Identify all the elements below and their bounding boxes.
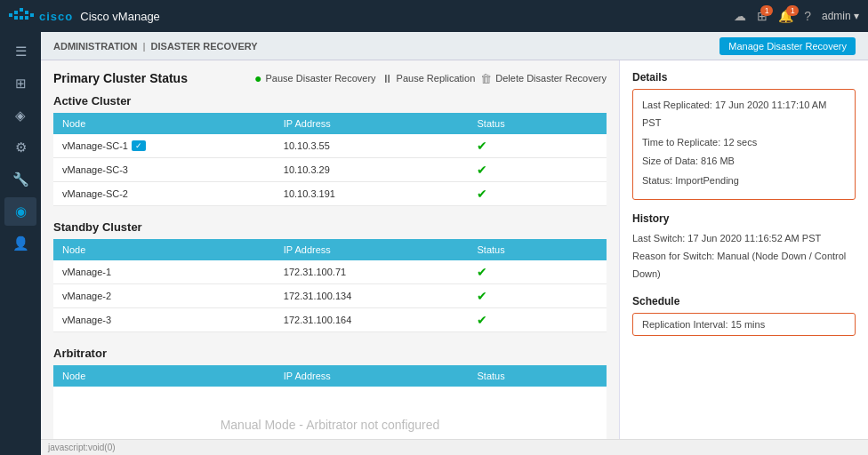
status-ok-icon: ✔ — [477, 163, 487, 177]
history-section: History Last Switch: 17 Jun 2020 11:16:5… — [632, 212, 856, 283]
status-cell: ✔ — [468, 260, 607, 284]
svg-rect-4 — [14, 16, 18, 20]
admin-breadcrumb: ADMINISTRATION — [53, 41, 138, 52]
vm-icon[interactable]: ⊞ 1 — [757, 9, 768, 23]
table-row: vManage-3 172.31.100.164 ✔ — [53, 308, 607, 332]
status-cell: ✔ — [468, 158, 607, 182]
ip-cell: 172.31.100.71 — [275, 260, 469, 284]
bell-badge: 1 — [786, 5, 799, 16]
pause-dr-dot-icon: ● — [254, 71, 261, 85]
pause-rep-icon: ⏸ — [382, 72, 393, 85]
left-panel: Primary Cluster Status ● Pause Disaster … — [41, 60, 619, 439]
svg-rect-7 — [30, 13, 34, 17]
details-title: Details — [632, 71, 856, 84]
topbar: cisco Cisco vManage ☁ ⊞ 1 🔔 1 ? admin ▾ — [0, 0, 868, 32]
node-cell: vManage-SC-3 — [53, 158, 275, 182]
ip-cell: 10.10.3.191 — [275, 182, 469, 206]
action-buttons: ● Pause Disaster Recovery ⏸ Pause Replic… — [254, 71, 607, 85]
svg-rect-6 — [25, 16, 28, 20]
node-cell: vManage-2 — [53, 284, 275, 308]
topbar-right: ☁ ⊞ 1 🔔 1 ? admin ▾ — [734, 9, 859, 23]
arb-col-node: Node — [53, 365, 275, 387]
topbar-left: cisco Cisco vManage — [9, 8, 160, 24]
standby-cluster-section: Standby Cluster Node IP Address Status v… — [53, 220, 607, 332]
page-title: Primary Cluster Status — [53, 71, 188, 85]
arbitrator-section: Arbitrator Node IP Address Status — [53, 347, 607, 439]
table-row: vManage-SC-2 10.10.3.191 ✔ — [53, 182, 607, 206]
status-cell: ✔ — [468, 284, 607, 308]
page-title-bar: Primary Cluster Status ● Pause Disaster … — [53, 71, 607, 85]
pause-rep-label: Pause Replication — [397, 73, 476, 84]
bell-icon[interactable]: 🔔 1 — [778, 9, 793, 23]
node-badge: ✓ — [132, 140, 146, 151]
node-cell: vManage-SC-1 ✓ — [53, 134, 275, 158]
time-to-replicate: Time to Replicate: 12 secs — [642, 134, 846, 152]
node-label: vManage-SC-2 — [62, 188, 266, 199]
node-cell: vManage-1 — [53, 260, 275, 284]
status-ok-icon: ✔ — [477, 187, 487, 201]
cisco-logo-svg — [9, 8, 34, 24]
schedule-box: Replication Interval: 15 mins — [632, 313, 856, 336]
table-row: Manual Mode - Arbitrator not configured — [53, 387, 607, 439]
standby-cluster-title: Standby Cluster — [53, 220, 607, 234]
details-section: Details Last Replicated: 17 Jun 2020 11:… — [632, 71, 856, 200]
table-row: vManage-2 172.31.100.134 ✔ — [53, 284, 607, 308]
cisco-logo: cisco — [9, 8, 73, 24]
last-switch: Last Switch: 17 Jun 2020 11:16:52 AM PST — [632, 230, 856, 248]
pause-dr-button[interactable]: ● Pause Disaster Recovery — [254, 71, 376, 85]
last-replicated: Last Replicated: 17 Jun 2020 11:17:10 AM… — [642, 97, 846, 132]
node-name: vManage-SC-1 — [62, 140, 128, 151]
table-row: vManage-SC-3 10.10.3.29 ✔ — [53, 158, 607, 182]
standby-cluster-table: Node IP Address Status vManage-1 172.31.… — [53, 239, 607, 332]
manage-dr-button[interactable]: Manage Disaster Recovery — [719, 37, 856, 55]
node-name: vManage-SC-3 — [62, 164, 128, 175]
arbitrator-empty-message: Manual Mode - Arbitrator not configured — [62, 391, 598, 439]
schedule-title: Schedule — [632, 295, 856, 307]
sidebar-item-tools[interactable]: 🔧 — [4, 165, 36, 194]
admin-label[interactable]: admin ▾ — [822, 10, 859, 22]
node-label: vManage-SC-3 — [62, 164, 266, 175]
ip-cell: 172.31.100.164 — [275, 308, 469, 332]
svg-rect-2 — [25, 11, 28, 14]
node-cell: vManage-3 — [53, 308, 275, 332]
status-ok-icon: ✔ — [477, 265, 487, 279]
cloud-icon[interactable]: ☁ — [734, 9, 746, 23]
status-ok-icon: ✔ — [477, 289, 487, 303]
reason-for-switch: Reason for Switch: Manual (Node Down / C… — [632, 248, 856, 283]
arbitrator-title: Arbitrator — [53, 347, 607, 360]
svg-rect-1 — [14, 11, 18, 14]
svg-rect-5 — [20, 16, 23, 20]
status-cell: ✔ — [468, 134, 607, 158]
details-box: Last Replicated: 17 Jun 2020 11:17:10 AM… — [632, 89, 856, 200]
active-col-status: Status — [468, 113, 607, 134]
sidebar-item-admin[interactable]: 👤 — [4, 229, 36, 258]
standby-col-node: Node — [53, 239, 275, 260]
sidebar-item-policy[interactable]: ◉ — [4, 197, 36, 226]
layout: ☰ ⊞ ◈ ⚙ 🔧 ◉ 👤 ADMINISTRATION | DISASTER … — [0, 32, 868, 455]
main: ADMINISTRATION | DISASTER RECOVERY Manag… — [41, 32, 868, 455]
sidebar-item-config[interactable]: ⚙ — [4, 133, 36, 162]
sidebar-item-dashboard[interactable]: ⊞ — [4, 69, 36, 98]
statusbar: javascript:void(0) — [41, 439, 868, 455]
ip-cell: 172.31.100.134 — [275, 284, 469, 308]
status-cell: ✔ — [468, 182, 607, 206]
standby-col-status: Status — [468, 239, 607, 260]
history-title: History — [632, 212, 856, 225]
delete-dr-label: Delete Disaster Recovery — [495, 73, 607, 84]
cisco-text: cisco — [39, 10, 73, 23]
pause-dr-label: Pause Disaster Recovery — [266, 73, 376, 84]
sidebar: ☰ ⊞ ◈ ⚙ 🔧 ◉ 👤 — [0, 32, 41, 455]
pause-replication-button[interactable]: ⏸ Pause Replication — [382, 72, 476, 85]
statusbar-text: javascript:void(0) — [48, 443, 116, 452]
help-icon[interactable]: ? — [804, 9, 811, 23]
table-row: vManage-1 172.31.100.71 ✔ — [53, 260, 607, 284]
table-row: vManage-SC-1 ✓ 10.10.3.55 ✔ — [53, 134, 607, 158]
arbitrator-table: Node IP Address Status Manual Mode - Arb… — [53, 365, 607, 439]
svg-rect-3 — [9, 13, 12, 17]
subheader: ADMINISTRATION | DISASTER RECOVERY Manag… — [41, 32, 868, 60]
node-label: vManage-SC-1 ✓ — [62, 140, 266, 151]
sidebar-item-menu[interactable]: ☰ — [4, 37, 36, 66]
sidebar-item-monitor[interactable]: ◈ — [4, 101, 36, 130]
breadcrumb: ADMINISTRATION | DISASTER RECOVERY — [53, 41, 258, 52]
delete-dr-button[interactable]: 🗑 Delete Disaster Recovery — [480, 72, 607, 85]
